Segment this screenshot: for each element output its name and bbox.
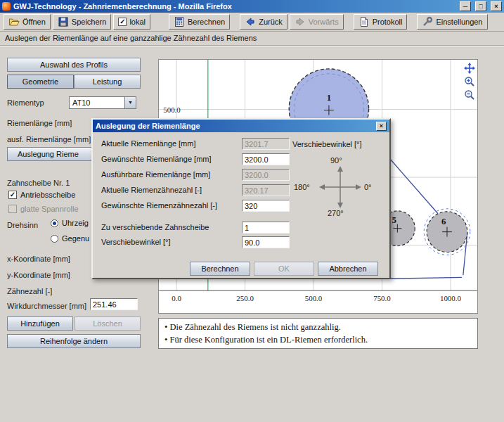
- belt-type-select[interactable]: AT10 ▼: [69, 96, 136, 109]
- toolbar-gap: [153, 22, 167, 23]
- message-line: Für diese Konfiguration ist ein DL-Rieme…: [164, 333, 472, 346]
- protocol-button[interactable]: Protokoll: [354, 14, 408, 30]
- belt-type-label: Riementyp: [7, 98, 44, 108]
- compass-90-label: 90°: [330, 156, 342, 165]
- dialog-title: Auslegung der Riemenlänge: [96, 122, 376, 130]
- floppy-icon: [58, 16, 69, 27]
- desired-teeth-count-input[interactable]: [242, 200, 290, 212]
- radio-counterclockwise[interactable]: Gegenu: [51, 234, 89, 243]
- open-label: Öffnen: [22, 18, 46, 26]
- current-teeth-count-label: Aktuelle Riemenzähnezahl [-]: [101, 186, 202, 194]
- x-tick-label: 1000.0: [440, 294, 462, 302]
- toolbar-gap: [346, 22, 351, 23]
- zoom-in-icon[interactable]: [464, 76, 475, 87]
- reorder-button[interactable]: Reihenfolge ändern: [7, 334, 141, 348]
- x-coordinate-label: x-Koordinate [mm]: [7, 254, 70, 264]
- desired-teeth-count-label: Gewünschte Riemenzähnezahl [-]: [101, 201, 217, 210]
- x-tick-label: 0.0: [172, 294, 181, 302]
- y-coordinate-label: y-Koordinate [mm]: [7, 270, 70, 280]
- save-button[interactable]: Speichern: [53, 14, 112, 30]
- checkbox-empty-icon: [8, 205, 17, 213]
- pitch-diameter-input[interactable]: [90, 298, 138, 310]
- radio-selected-icon[interactable]: [51, 219, 58, 227]
- dialog-ok-button: OK: [254, 262, 314, 276]
- pulley-5-label: 5: [392, 215, 396, 225]
- shift-angle-input[interactable]: [242, 236, 290, 248]
- pitch-diameter-label: Wirkdurchmesser [mm]: [7, 301, 86, 311]
- chart-toolbar: [464, 63, 475, 101]
- pulley-6-label: 6: [441, 216, 446, 226]
- firefox-icon: [2, 2, 11, 11]
- profile-select-button[interactable]: Auswahl des Profils: [7, 58, 141, 72]
- message-line: Die Zähnezahl des Riemens ist nicht ganz…: [164, 321, 472, 333]
- local-toggle[interactable]: ✓ lokal: [113, 14, 150, 30]
- toolbar-gap: [232, 22, 238, 23]
- wrench-icon: [422, 16, 433, 27]
- checkbox-check-icon[interactable]: ✓: [8, 191, 17, 199]
- local-checkbox[interactable]: ✓: [118, 18, 127, 26]
- delete-pulley-button: Löschen: [75, 316, 141, 331]
- compass-0-label: 0°: [364, 183, 372, 191]
- drive-pulley-checkbox[interactable]: ✓ Antriebsscheibe: [8, 191, 75, 199]
- arrow-left-icon: [245, 16, 256, 27]
- tab-geometry[interactable]: Geometrie: [7, 75, 74, 89]
- tab-power[interactable]: Leistung: [74, 75, 141, 89]
- open-button[interactable]: Öffnen: [4, 14, 51, 30]
- minimize-icon[interactable]: ─: [460, 1, 471, 11]
- radio-clockwise[interactable]: Uhrzeig: [51, 219, 89, 227]
- maximize-icon[interactable]: □: [475, 1, 486, 11]
- dialog-close-icon[interactable]: ×: [376, 122, 387, 131]
- close-icon[interactable]: ×: [491, 1, 502, 11]
- pulley-to-move-input[interactable]: [242, 222, 290, 234]
- back-button[interactable]: Zurück: [240, 14, 287, 30]
- folder-icon: [8, 16, 20, 27]
- radio-clockwise-label: Uhrzeig: [62, 219, 89, 227]
- dialog-titlebar: Auslegung der Riemenlänge ×: [93, 120, 389, 132]
- compass-180-label: 180°: [294, 183, 310, 191]
- feasible-belt-length-input: [242, 169, 290, 181]
- belt-length-design-dialog: Auslegung der Riemenlänge × Aktuelle Rie…: [91, 118, 391, 279]
- shift-angle-compass-label: Verschiebewinkel [°]: [292, 140, 362, 148]
- feasible-belt-length-label: Ausführbare Riemenlänge [mm]: [101, 170, 210, 179]
- pan-move-icon[interactable]: [464, 63, 475, 74]
- radio-counterclockwise-label: Gegenu: [62, 234, 89, 243]
- settings-label: Einstellungen: [436, 18, 482, 26]
- forward-button: Vorwärts: [290, 14, 344, 30]
- pulley-6[interactable]: 6: [424, 209, 470, 255]
- zoom-out-icon[interactable]: [464, 89, 475, 101]
- compass-270-label: 270°: [328, 209, 344, 217]
- dialog-field-row: Verschiebewinkel [°]: [93, 236, 389, 249]
- y-tick-label: 500.0: [163, 106, 181, 114]
- idler-pulley-label: glatte Spannrolle: [20, 205, 79, 213]
- current-teeth-count-input: [242, 184, 290, 196]
- idler-pulley-checkbox: glatte Spannrolle: [8, 205, 79, 213]
- x-tick-label: 750.0: [373, 294, 391, 302]
- add-pulley-button[interactable]: Hinzufügen: [7, 316, 73, 331]
- calculate-button[interactable]: Berechnen: [169, 14, 230, 30]
- belt-length-label: Riemenlänge [mm]: [7, 118, 72, 128]
- dialog-cancel-button[interactable]: Abbrechen: [318, 262, 378, 276]
- main-toolbar: Öffnen Speichern ✓ lokal Berechnen Zurüc…: [0, 13, 504, 32]
- x-tick-label: 250.0: [236, 294, 254, 302]
- radio-unselected-icon[interactable]: [51, 235, 58, 243]
- rotation-label: Drehsinn: [7, 220, 38, 230]
- teeth-count-label: Zähnezahl [-]: [7, 286, 52, 296]
- settings-button[interactable]: Einstellungen: [417, 14, 487, 30]
- x-tick-label: 500.0: [305, 294, 323, 302]
- back-label: Zurück: [259, 18, 283, 26]
- chevron-down-icon[interactable]: ▼: [124, 97, 136, 108]
- dialog-calculate-button[interactable]: Berechnen: [190, 262, 250, 276]
- protocol-label: Protokoll: [373, 18, 403, 26]
- exec-belt-length-label: ausf. Riemenlänge [mm]: [7, 134, 91, 144]
- arrow-right-icon: [295, 16, 306, 27]
- local-label: lokal: [129, 18, 146, 26]
- window-title: GWJ-Technology - Zahnriemenberechnung - …: [13, 2, 455, 11]
- application-window: GWJ-Technology - Zahnriemenberechnung - …: [0, 0, 504, 422]
- dialog-field-row: Zu verschiebende Zahnscheibe: [93, 222, 389, 234]
- pulley-1-label: 1: [327, 92, 331, 103]
- toolbar-gap: [490, 22, 504, 23]
- shift-angle-label: Verschiebewinkel [°]: [101, 238, 171, 246]
- desired-belt-length-input[interactable]: [242, 153, 290, 165]
- current-belt-length-label: Aktuelle Riemenlänge [mm]: [101, 139, 196, 148]
- message-panel: Die Zähnezahl des Riemens ist nicht ganz…: [158, 318, 478, 349]
